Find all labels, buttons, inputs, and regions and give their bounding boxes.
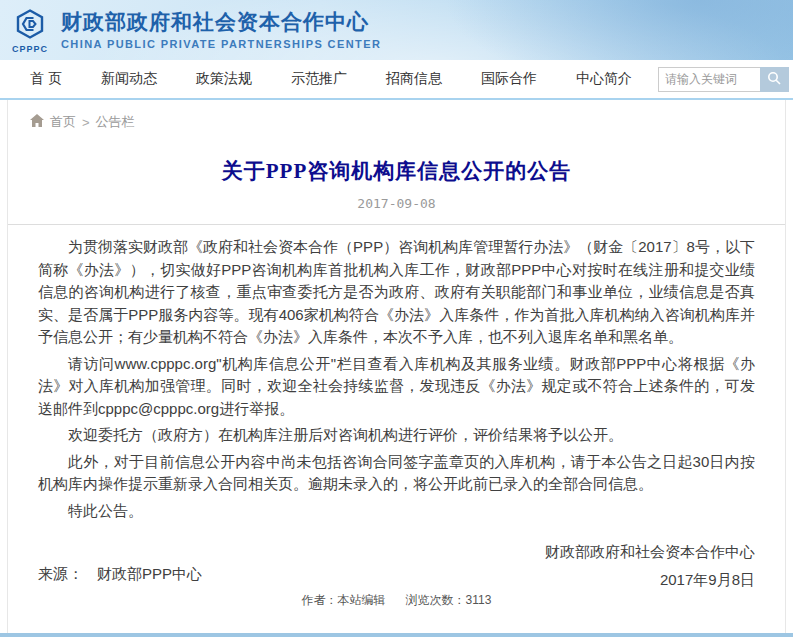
source-value: 财政部PPP中心 xyxy=(97,565,202,582)
site-header: CPPPC 财政部政府和社会资本合作中心 CHINA PUBLIC PRIVAT… xyxy=(0,0,793,60)
source-line: 来源：财政部PPP中心 xyxy=(38,565,202,584)
search-group xyxy=(658,67,789,92)
article-paragraph: 为贯彻落实财政部《政府和社会资本合作（PPP）咨询机构库管理暂行办法》（财金〔2… xyxy=(38,236,755,349)
search-icon xyxy=(767,71,781,88)
content-area: 首页 > 公告栏 关于PPP咨询机构库信息公开的公告 2017-09-08 为贯… xyxy=(7,100,786,633)
source-label: 来源： xyxy=(38,565,83,582)
nav-item-international[interactable]: 国际合作 xyxy=(468,70,550,88)
nav-item-home[interactable]: 首 页 xyxy=(17,70,75,88)
search-input[interactable] xyxy=(658,67,760,92)
logo-acronym: CPPPC xyxy=(12,44,48,54)
nav-item-news[interactable]: 新闻动态 xyxy=(88,70,170,88)
breadcrumb-home[interactable]: 首页 xyxy=(50,113,76,131)
article-paragraph: 特此公告。 xyxy=(38,500,755,523)
article-meta: 作者：本站编辑浏览次数：3113 xyxy=(8,592,785,609)
author-text: 作者：本站编辑 xyxy=(302,593,386,607)
views-count: 浏览次数：3113 xyxy=(406,593,492,607)
site-title-block: 财政部政府和社会资本合作中心 CHINA PUBLIC PRIVATE PART… xyxy=(61,9,381,50)
nav-item-demonstration[interactable]: 示范推广 xyxy=(278,70,360,88)
article-paragraph: 此外，对于目前信息公开内容中尚未包括咨询合同签字盖章页的入库机构，请于本公告之日… xyxy=(38,451,755,496)
home-icon xyxy=(30,114,44,130)
footer-bar xyxy=(0,633,793,637)
search-button[interactable] xyxy=(760,67,789,92)
breadcrumb: 首页 > 公告栏 xyxy=(8,100,785,131)
nav-item-policy[interactable]: 政策法规 xyxy=(183,70,265,88)
breadcrumb-separator: > xyxy=(82,115,90,130)
article-paragraph: 请访问www.cpppc.org"机构库信息公开"栏目查看入库机构及其服务业绩。… xyxy=(38,353,755,421)
article-date: 2017-09-08 xyxy=(8,196,785,211)
article-title: 关于PPP咨询机构库信息公开的公告 xyxy=(8,157,785,185)
site-logo[interactable]: CPPPC xyxy=(12,9,48,54)
breadcrumb-current: 公告栏 xyxy=(96,113,135,131)
site-subtitle: CHINA PUBLIC PRIVATE PARTNERSHIPS CENTER xyxy=(61,38,381,50)
article-paragraph: 欢迎委托方（政府方）在机构库注册后对咨询机构进行评价，评价结果将予以公开。 xyxy=(38,424,755,447)
nav-item-about[interactable]: 中心简介 xyxy=(563,70,645,88)
signature-org: 财政部政府和社会资本合作中心 xyxy=(8,538,755,566)
cpppc-logo-icon xyxy=(16,9,44,43)
article-body: 为贯彻落实财政部《政府和社会资本合作（PPP）咨询机构库管理暂行办法》（财金〔2… xyxy=(8,225,785,522)
site-title: 财政部政府和社会资本合作中心 xyxy=(61,9,381,35)
main-nav: 首 页 新闻动态 政策法规 示范推广 招商信息 国际合作 中心简介 中文|EN xyxy=(0,60,793,100)
nav-items: 首 页 新闻动态 政策法规 示范推广 招商信息 国际合作 中心简介 xyxy=(17,70,658,88)
nav-item-investment[interactable]: 招商信息 xyxy=(373,70,455,88)
